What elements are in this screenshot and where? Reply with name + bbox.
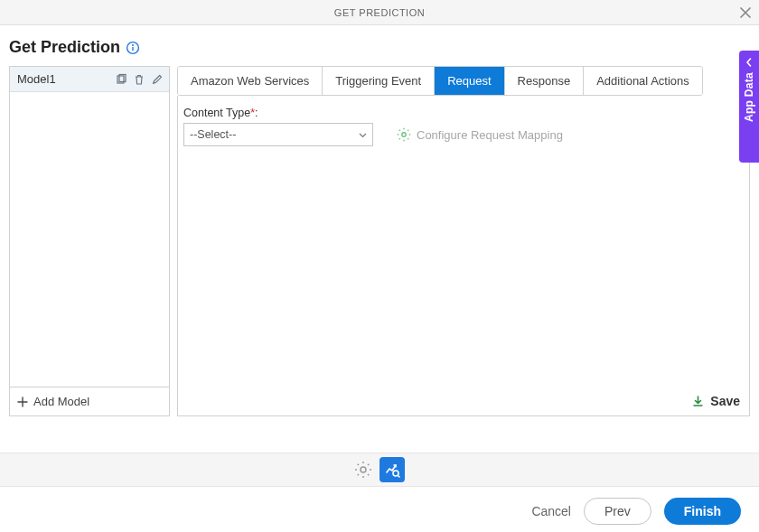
svg-point-1: [132, 44, 134, 46]
svg-rect-2: [132, 47, 133, 51]
plus-icon: [17, 397, 28, 407]
main-panel: Amazon Web Services Triggering Event Req…: [177, 66, 750, 416]
gear-icon: [397, 127, 411, 142]
body: Model1 Add Model Amazon Web S: [0, 66, 759, 416]
svg-point-5: [402, 133, 406, 136]
app-data-panel-toggle[interactable]: App Data: [739, 51, 759, 163]
prev-button[interactable]: Prev: [584, 498, 651, 525]
svg-point-6: [361, 467, 366, 472]
save-label: Save: [710, 394, 740, 408]
tab-request[interactable]: Request: [435, 67, 504, 95]
caret-down-icon: [359, 131, 367, 139]
modal-header: GET PREDICTION: [0, 0, 759, 25]
model-name: Model1: [17, 72, 56, 86]
model-sidebar: Model1 Add Model: [9, 66, 170, 416]
tab-label: Additional Actions: [596, 74, 689, 88]
footer: Cancel Prev Finish: [0, 487, 759, 532]
content-type-field: Content Type*: --Select--: [183, 107, 373, 146]
configure-request-mapping: Configure Request Mapping: [397, 123, 563, 146]
close-icon[interactable]: [739, 6, 752, 19]
tab-response[interactable]: Response: [505, 67, 585, 95]
tab-label: Request: [447, 74, 491, 88]
field-row: Content Type*: --Select-- Configure Requ…: [183, 107, 744, 146]
app-data-label: App Data: [743, 72, 755, 122]
content-type-select[interactable]: --Select--: [183, 123, 373, 146]
model-actions: [115, 73, 164, 86]
tab-bar: Amazon Web Services Triggering Event Req…: [177, 66, 703, 96]
configure-label: Configure Request Mapping: [417, 128, 563, 142]
chevron-left-icon: [745, 58, 754, 67]
cancel-button[interactable]: Cancel: [531, 504, 571, 518]
download-icon: [691, 395, 705, 408]
settings-icon[interactable]: [354, 461, 372, 479]
copy-icon[interactable]: [115, 73, 127, 86]
modal-title: GET PREDICTION: [334, 7, 425, 18]
tab-triggering-event[interactable]: Triggering Event: [323, 67, 435, 95]
select-placeholder: --Select--: [190, 128, 236, 141]
save-button[interactable]: Save: [691, 394, 740, 408]
add-model-button[interactable]: Add Model: [10, 387, 169, 415]
finish-button[interactable]: Finish: [664, 498, 741, 525]
tab-additional-actions[interactable]: Additional Actions: [584, 67, 702, 95]
save-row: Save: [183, 386, 744, 415]
model-item[interactable]: Model1: [10, 67, 169, 92]
bottom-toolbar: [0, 453, 759, 487]
page-title: Get Prediction: [9, 38, 120, 57]
tab-label: Triggering Event: [335, 74, 421, 88]
tab-aws[interactable]: Amazon Web Services: [178, 67, 323, 95]
edit-icon[interactable]: [151, 73, 164, 86]
tab-label: Amazon Web Services: [191, 74, 309, 88]
label-text: Content Type: [183, 107, 250, 119]
form-area: Content Type*: --Select-- Configure Requ…: [177, 96, 750, 416]
content-type-label: Content Type*:: [183, 107, 373, 119]
preview-icon[interactable]: [380, 457, 405, 482]
label-colon: :: [255, 107, 258, 119]
tab-label: Response: [518, 74, 571, 88]
add-model-label: Add Model: [33, 395, 89, 408]
page-title-row: Get Prediction: [0, 25, 759, 66]
info-icon[interactable]: [126, 41, 140, 55]
trash-icon[interactable]: [133, 73, 145, 86]
sidebar-spacer: [10, 92, 169, 387]
